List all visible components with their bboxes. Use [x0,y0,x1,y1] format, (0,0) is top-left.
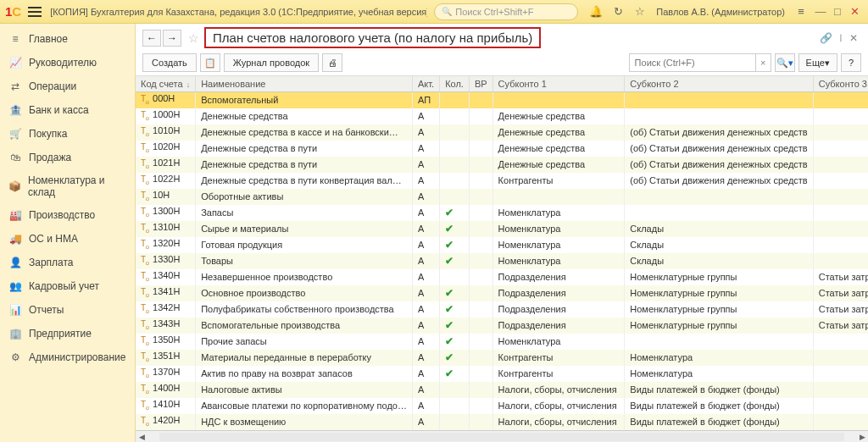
table-row[interactable]: To1350НПрочие запасыА✔Номенклатура [136,334,868,350]
sidebar-icon: 🛍 [8,151,22,164]
print-button[interactable]: 🖨 [322,53,342,72]
bell-icon[interactable]: 🔔 [588,4,604,19]
table-row[interactable]: To1340ННезавершенное производствоАПодраз… [136,269,868,285]
nav-forward-button[interactable]: → [163,30,181,47]
sidebar-item-label: Кадровый учет [29,280,99,292]
table-row[interactable]: To1020НДенежные средства в путиАДенежные… [136,141,868,157]
table-row[interactable]: To1310НСырье и материалыА✔НоменклатураСк… [136,221,868,237]
link-icon[interactable]: 🔗 [820,32,832,44]
sidebar-item-5[interactable]: 🛍Продажа [0,146,135,169]
sidebar-item-13[interactable]: ⚙Администрирование [0,345,135,369]
table-row[interactable]: To1300НЗапасыА✔Номенклатура [136,205,868,221]
sidebar-icon: 📦 [8,180,21,193]
page-title: План счетов налогового учета (по налогу … [204,27,541,48]
sidebar-item-12[interactable]: 🏢Предприятие [0,322,135,345]
account-icon: To [141,287,149,296]
close-button[interactable]: ✕ [846,5,863,18]
account-icon: To [141,367,149,377]
sidebar-icon: 🛒 [8,127,22,141]
check-icon: ✔ [445,287,453,299]
sidebar-icon: 👥 [8,279,22,293]
table-row[interactable]: To1351НМатериалы переданные в переработк… [136,350,868,366]
table-row[interactable]: To10НОборотные активыА [136,189,868,205]
sidebar-item-2[interactable]: ⇄Операции [0,75,135,98]
create-button[interactable]: Создать [142,53,197,72]
filter-icon[interactable]: ≡ [793,4,809,19]
journal-button[interactable]: Журнал проводок [224,53,319,72]
horizontal-scrollbar[interactable]: ◀ ▶ [136,430,868,442]
copy-button[interactable]: 📋 [200,53,220,72]
history-icon[interactable]: ↻ [610,4,626,19]
sidebar-item-6[interactable]: 📦Номенклатура и склад [0,169,135,203]
sidebar-item-label: Отчеты [29,304,64,316]
table-row[interactable]: To1420ННДС к возмещениюАНалоги, сборы, о… [136,414,868,430]
account-icon: To [141,94,149,103]
col-header-sk1[interactable]: Субконто 1 [492,76,625,92]
account-icon: To [141,126,149,135]
search-button[interactable]: 🔍▾ [775,53,795,72]
col-header-akt[interactable]: Акт. [413,76,440,92]
menu-icon[interactable] [28,7,42,17]
col-header-vr[interactable]: ВР [469,76,492,92]
table-row[interactable]: To000НВспомогательныйАП [136,92,868,109]
table-row[interactable]: To1400ННалоговые активыАНалоги, сборы, о… [136,382,868,398]
minimize-button[interactable]: — [812,5,829,18]
sidebar-item-9[interactable]: 👤Зарплата [0,251,135,274]
sidebar-item-4[interactable]: 🛒Покупка [0,122,135,146]
sidebar-item-0[interactable]: ≡Главное [0,27,135,51]
table-row[interactable]: To1021НДенежные средства в путиАДенежные… [136,157,868,173]
search-clear-button[interactable]: × [756,53,771,72]
table-row[interactable]: To1342НПолуфабрикаты собственного произв… [136,301,868,318]
sidebar-item-11[interactable]: 📊Отчеты [0,298,135,322]
sidebar-item-10[interactable]: 👥Кадровый учет [0,274,135,298]
sidebar-item-label: Операции [29,80,76,92]
check-icon: ✔ [445,351,453,363]
col-header-sk2[interactable]: Субконто 2 [625,76,813,92]
sidebar-item-label: Главное [29,33,68,45]
account-icon: To [141,239,149,248]
table-row[interactable]: To1330НТоварыА✔НоменклатураСклады [136,253,868,269]
star-icon[interactable]: ☆ [632,4,648,19]
global-search-input[interactable]: Поиск Ctrl+Shift+F [434,3,578,20]
sidebar-item-8[interactable]: 🚚ОС и НМА [0,227,135,251]
check-icon: ✔ [445,223,453,235]
sidebar-icon: 📈 [8,56,22,69]
sidebar-item-label: Покупка [29,128,67,140]
sidebar-item-label: Администрирование [29,351,125,363]
table-row[interactable]: To1370НАктив по праву на возврат запасов… [136,366,868,382]
table-row[interactable]: To1022НДенежные средства в пути конверта… [136,173,868,189]
col-header-sk3[interactable]: Субконто 3 [813,76,868,92]
account-icon: To [141,351,149,361]
sidebar-item-label: Банк и касса [29,104,89,116]
sidebar-item-label: Производство [29,209,95,221]
sidebar-item-3[interactable]: 🏦Банк и касса [0,98,135,122]
check-icon: ✔ [445,239,453,251]
sidebar-item-label: Предприятие [29,328,92,340]
logo-1c: 1C [5,4,21,19]
table-row[interactable]: To1320НГотовая продукцияА✔НоменклатураСк… [136,237,868,253]
table-row[interactable]: To1343НВспомогательные производстваА✔Под… [136,318,868,334]
table-row[interactable]: To1410НАвансовые платежи по корпоративно… [136,398,868,414]
sidebar-item-1[interactable]: 📈Руководителю [0,51,135,75]
sidebar-icon: 🚚 [8,232,22,246]
nav-back-button[interactable]: ← [142,30,161,47]
grid-search-input[interactable] [629,53,756,72]
col-header-kol[interactable]: Кол. [440,76,470,92]
close-tab-button[interactable]: ✕ [849,32,858,44]
table-row[interactable]: To1341НОсновное производствоА✔Подразделе… [136,285,868,301]
help-button[interactable]: ? [841,53,861,72]
sidebar-item-7[interactable]: 🏭Производство [0,203,135,227]
col-header-name[interactable]: Наименование [196,76,413,92]
maximize-button[interactable]: □ [829,5,846,18]
bookmark-icon[interactable]: ☆ [188,31,199,45]
account-icon: To [141,207,149,216]
user-name[interactable]: Павлов А.В. (Администратор) [656,7,785,17]
account-icon: To [141,271,149,280]
table-row[interactable]: To1010НДенежные средства в кассе и на ба… [136,124,868,141]
collapse-icon[interactable]: ⁞ [839,32,843,44]
table-row[interactable]: To1000НДенежные средстваАДенежные средст… [136,108,868,124]
account-icon: To [141,319,149,329]
more-button[interactable]: Еще ▾ [798,53,837,72]
accounts-grid[interactable]: Код счета↓ Наименование Акт. Кол. ВР Суб… [136,75,868,430]
col-header-code[interactable]: Код счета↓ [136,76,196,92]
